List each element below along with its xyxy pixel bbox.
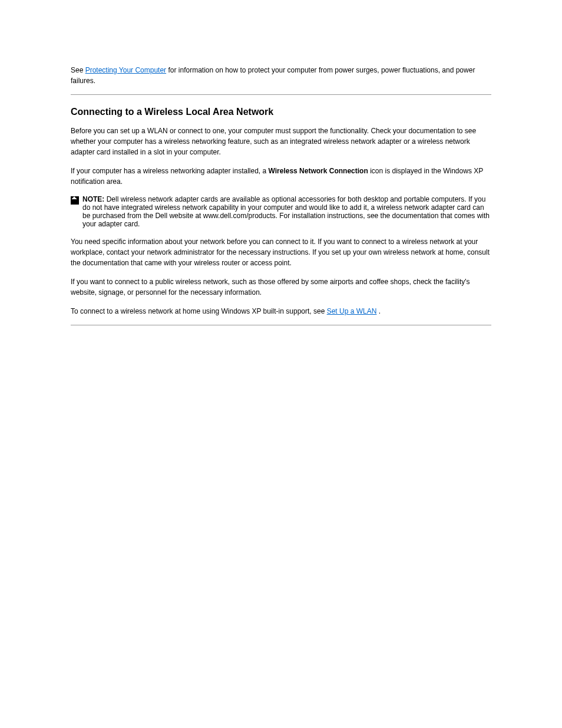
para-check-support: Before you can set up a WLAN or connect …: [71, 126, 491, 157]
setup-wlan-link[interactable]: Set Up a WLAN: [327, 307, 377, 315]
see-link[interactable]: Protecting Your Computer: [85, 66, 166, 74]
heading-wlan: Connecting to a Wireless Local Area Netw…: [71, 107, 491, 117]
intro-paragraph: See Protecting Your Computer for informa…: [71, 65, 491, 86]
note-icon: [71, 196, 79, 205]
note-block: NOTE: Dell wireless network adapter card…: [71, 195, 491, 228]
note-content: NOTE: Dell wireless network adapter card…: [82, 195, 491, 228]
divider-2: [71, 325, 491, 325]
para-network-info: You need specific information about your…: [71, 236, 491, 268]
divider-1: [71, 94, 491, 95]
para-public-wifi: If you want to connect to a public wirel…: [71, 276, 491, 298]
para-icon-displayed: If your computer has a wireless networki…: [71, 166, 491, 187]
see-text: See: [71, 66, 85, 74]
para-setup-link: To connect to a wireless network at home…: [71, 306, 491, 317]
